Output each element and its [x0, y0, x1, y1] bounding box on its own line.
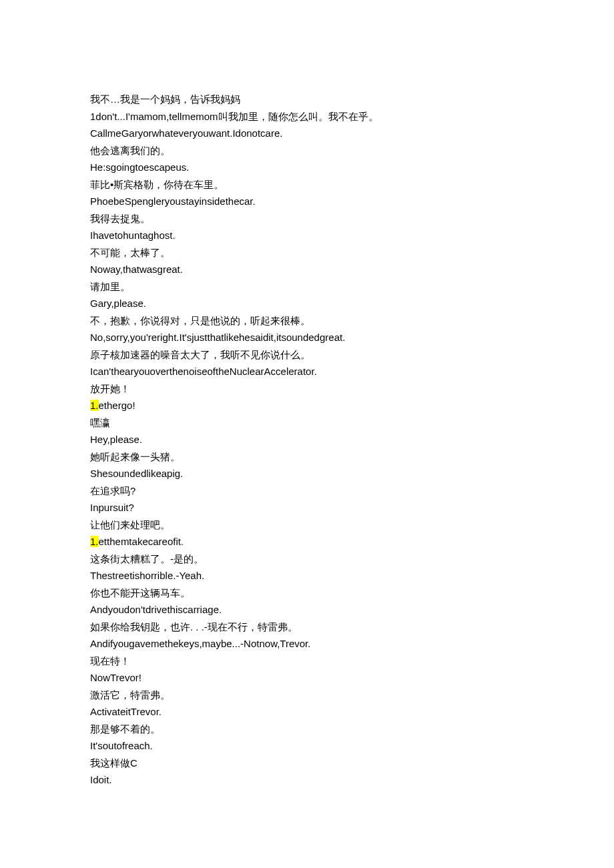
- text-line: 在追求吗?: [90, 482, 524, 500]
- text-line: CallmeGaryorwhateveryouwant.Idonotcare.: [90, 125, 524, 142]
- text-span: ethergo!: [99, 400, 135, 411]
- text-line: Shesoundedlikeapig.: [90, 465, 524, 482]
- text-line: ActivateitTrevor.: [90, 703, 524, 721]
- text-line: 1.ethergo!: [90, 397, 524, 414]
- text-line: Ihavetohuntaghost.: [90, 227, 524, 244]
- text-line: 她听起来像一头猪。: [90, 448, 524, 466]
- text-line: 激活它，特雷弗。: [90, 687, 524, 704]
- text-line: No,sorry,you'reright.It'sjustthatlikehes…: [90, 329, 524, 346]
- text-line: 放开她！: [90, 380, 524, 398]
- text-line: Ican'thearyouoverthenoiseoftheNuclearAcc…: [90, 363, 524, 380]
- text-line: 不可能，太棒了。: [90, 244, 524, 262]
- text-line: NowTrevor!: [90, 669, 524, 687]
- text-line: 请加里。: [90, 278, 524, 296]
- text-line: 那是够不着的。: [90, 721, 524, 738]
- text-line: 现在特！: [90, 653, 524, 670]
- text-line: 1don't...I'mamom,tellmemom叫我加里，随你怎么叫。我不在…: [90, 108, 524, 125]
- document-page: 我不…我是一个妈妈，告诉我妈妈1don't...I'mamom,tellmemo…: [0, 0, 614, 829]
- text-line: 这条街太糟糕了。-是的。: [90, 550, 524, 568]
- text-line: 他会逃离我们的。: [90, 142, 524, 159]
- text-line: Inpursuit?: [90, 499, 524, 516]
- text-line: 你也不能开这辆马车。: [90, 584, 524, 602]
- text-line: PhoebeSpengleryoustayinsidethecar.: [90, 193, 524, 210]
- text-line: 嘿瀛: [90, 414, 524, 432]
- text-line: 原子核加速器的噪音太大了，我听不见你说什么。: [90, 346, 524, 364]
- text-line: Thestreetishorrible.-Yeah.: [90, 567, 524, 584]
- text-line: 我这样做C: [90, 755, 524, 772]
- text-line: 不，抱歉，你说得对，只是他说的，听起来很棒。: [90, 312, 524, 330]
- highlight: 1.: [90, 400, 99, 411]
- text-line: Idoit.: [90, 771, 524, 789]
- text-line: Andyoudon'tdrivethiscarriage.: [90, 601, 524, 618]
- text-line: 菲比•斯宾格勒，你待在车里。: [90, 176, 524, 193]
- text-span: etthemtakecareofit.: [99, 536, 184, 547]
- text-line: Hey,please.: [90, 431, 524, 448]
- text-line: Andifyougavemethekeys,maybe...-Notnow,Tr…: [90, 635, 524, 653]
- text-line: Gary,please.: [90, 295, 524, 312]
- text-line: 让他们来处理吧。: [90, 516, 524, 534]
- text-line: 我不…我是一个妈妈，告诉我妈妈: [90, 91, 524, 108]
- text-line: 如果你给我钥匙，也许. . .-现在不行，特雷弗。: [90, 618, 524, 636]
- highlight: 1.: [90, 536, 99, 547]
- text-line: It'soutofreach.: [90, 737, 524, 755]
- text-line: 我得去捉鬼。: [90, 210, 524, 228]
- text-line: Noway,thatwasgreat.: [90, 261, 524, 278]
- text-line: 1.etthemtakecareofit.: [90, 533, 524, 550]
- text-line: He:sgoingtoescapeus.: [90, 159, 524, 176]
